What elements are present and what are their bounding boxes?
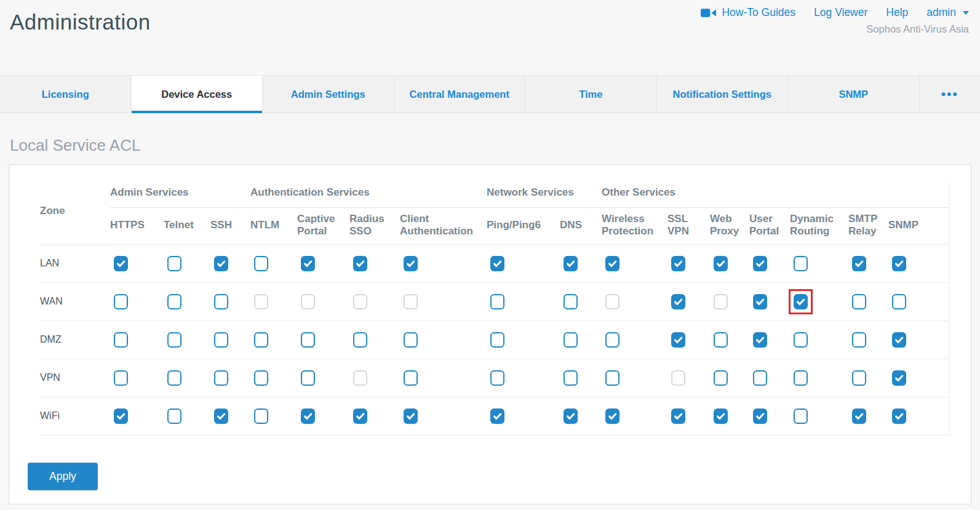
checkbox-dmz-ping-ping6[interactable] <box>490 332 504 348</box>
tab-device-access[interactable]: Device Access <box>132 76 263 113</box>
checkbox-lan-radius-sso[interactable] <box>353 256 367 271</box>
help-link[interactable]: Help <box>886 6 908 19</box>
checkbox-dmz-radius-sso[interactable] <box>353 332 367 348</box>
checkbox-wifi-ntlm[interactable] <box>254 408 268 424</box>
checkbox-vpn-smtp-relay[interactable] <box>852 370 866 386</box>
checkbox-wifi-https[interactable] <box>114 408 128 424</box>
tab-time[interactable]: Time <box>525 76 657 113</box>
checkbox-wan-ping-ping6[interactable] <box>490 294 504 309</box>
checkbox-dmz-telnet[interactable] <box>167 332 181 348</box>
how-to-guides-link[interactable]: How-To Guides <box>701 6 795 19</box>
checkbox-lan-smtp-relay[interactable] <box>852 256 866 271</box>
checkbox-lan-ssh[interactable] <box>214 256 228 271</box>
checkbox-wan-dns[interactable] <box>564 294 578 309</box>
checkbox-dmz-https[interactable] <box>114 332 128 348</box>
checkmark-icon <box>607 258 618 269</box>
tab-notification-settings[interactable]: Notification Settings <box>657 76 789 113</box>
checkbox-lan-ssl-vpn[interactable] <box>671 256 685 271</box>
tabs-more-button[interactable]: ••• <box>920 76 980 113</box>
checkbox-wifi-dns[interactable] <box>564 408 578 424</box>
checkbox-lan-snmp[interactable] <box>892 256 906 271</box>
tab-admin-settings[interactable]: Admin Settings <box>263 76 394 113</box>
col-header-https: HTTPS <box>110 207 164 244</box>
checkbox-wifi-wireless-protection[interactable] <box>605 408 619 424</box>
checkbox-vpn-web-proxy[interactable] <box>714 370 728 386</box>
checkbox-wifi-telnet[interactable] <box>167 408 181 424</box>
checkbox-vpn-captive-portal[interactable] <box>301 370 315 386</box>
cell-lan-dns <box>560 244 602 282</box>
checkbox-lan-ntlm[interactable] <box>254 256 268 271</box>
checkbox-vpn-dns[interactable] <box>564 370 578 386</box>
checkbox-dmz-snmp[interactable] <box>892 332 906 348</box>
checkbox-vpn-ssh[interactable] <box>214 370 228 386</box>
cell-wan-ssl-vpn <box>667 282 710 321</box>
checkbox-lan-dynamic-routing[interactable] <box>794 256 808 271</box>
checkbox-dmz-captive-portal[interactable] <box>301 332 315 348</box>
tab-label: Notification Settings <box>673 89 771 100</box>
checkbox-wan-user-portal[interactable] <box>753 294 767 309</box>
checkbox-lan-https[interactable] <box>114 256 128 271</box>
zone-label: LAN <box>40 244 110 282</box>
col-header-snmp: SNMP <box>888 207 949 244</box>
checkbox-vpn-https[interactable] <box>114 370 128 386</box>
cell-lan-wireless-protection <box>602 244 667 282</box>
checkbox-dmz-user-portal[interactable] <box>753 332 767 348</box>
checkbox-wifi-user-portal[interactable] <box>753 408 767 424</box>
tab-central-management[interactable]: Central Management <box>394 76 526 113</box>
checkbox-wifi-dynamic-routing[interactable] <box>794 408 808 424</box>
checkbox-dmz-ssh[interactable] <box>214 332 228 348</box>
checkbox-dmz-client-authentication[interactable] <box>404 332 418 348</box>
checkbox-wan-dynamic-routing[interactable] <box>794 294 808 309</box>
tab-licensing[interactable]: Licensing <box>0 76 132 113</box>
checkbox-wifi-ping-ping6[interactable] <box>490 408 504 424</box>
checkbox-vpn-snmp[interactable] <box>892 370 906 386</box>
tab-label: Device Access <box>161 89 232 100</box>
checkbox-lan-wireless-protection[interactable] <box>605 256 619 271</box>
checkbox-lan-dns[interactable] <box>564 256 578 271</box>
checkbox-wifi-ssh[interactable] <box>214 408 228 424</box>
checkbox-vpn-ping-ping6[interactable] <box>490 370 504 386</box>
log-viewer-link[interactable]: Log Viewer <box>814 6 867 19</box>
admin-menu[interactable]: admin <box>926 6 969 19</box>
acl-row-dmz: DMZ <box>40 321 949 359</box>
cell-vpn-ssl-vpn <box>667 359 710 397</box>
checkbox-lan-captive-portal[interactable] <box>301 256 315 271</box>
checkbox-dmz-ntlm[interactable] <box>254 332 268 348</box>
checkbox-lan-user-portal[interactable] <box>753 256 767 271</box>
col-header-ntlm: NTLM <box>250 207 297 244</box>
checkbox-wan-ssh[interactable] <box>214 294 228 309</box>
checkbox-wifi-ssl-vpn[interactable] <box>671 408 685 424</box>
checkbox-lan-telnet[interactable] <box>167 256 181 271</box>
checkbox-wifi-smtp-relay[interactable] <box>852 408 866 424</box>
checkbox-lan-ping-ping6[interactable] <box>490 256 504 271</box>
checkbox-dmz-smtp-relay[interactable] <box>852 332 866 348</box>
checkbox-vpn-telnet[interactable] <box>167 370 181 386</box>
checkbox-vpn-ntlm[interactable] <box>254 370 268 386</box>
checkbox-wifi-snmp[interactable] <box>892 408 906 424</box>
col-header-dynamic-routing: Dynamic Routing <box>790 207 848 244</box>
checkbox-dmz-wireless-protection[interactable] <box>605 332 619 348</box>
checkbox-lan-web-proxy[interactable] <box>714 256 728 271</box>
checkbox-wan-telnet[interactable] <box>167 294 181 309</box>
checkbox-wifi-web-proxy[interactable] <box>714 408 728 424</box>
checkbox-vpn-client-authentication[interactable] <box>404 370 418 386</box>
checkbox-vpn-user-portal[interactable] <box>753 370 767 386</box>
checkbox-wan-ssl-vpn[interactable] <box>671 294 685 309</box>
checkmark-icon <box>673 297 683 307</box>
checkbox-wifi-client-authentication[interactable] <box>404 408 418 424</box>
checkbox-wan-snmp[interactable] <box>892 294 906 309</box>
checkbox-dmz-ssl-vpn[interactable] <box>671 332 685 348</box>
tab-snmp[interactable]: SNMP <box>788 76 920 113</box>
checkbox-vpn-dynamic-routing[interactable] <box>794 370 808 386</box>
checkbox-dmz-dns[interactable] <box>564 332 578 348</box>
checkbox-vpn-wireless-protection[interactable] <box>605 370 619 386</box>
cell-dmz-https <box>110 321 164 359</box>
checkbox-dmz-dynamic-routing[interactable] <box>794 332 808 348</box>
checkbox-dmz-web-proxy[interactable] <box>714 332 728 348</box>
checkbox-wifi-captive-portal[interactable] <box>301 408 315 424</box>
apply-button[interactable]: Apply <box>28 463 98 490</box>
checkbox-wifi-radius-sso[interactable] <box>353 408 367 424</box>
checkbox-wan-smtp-relay[interactable] <box>852 294 866 309</box>
checkbox-lan-client-authentication[interactable] <box>404 256 418 271</box>
checkbox-wan-https[interactable] <box>114 294 128 309</box>
